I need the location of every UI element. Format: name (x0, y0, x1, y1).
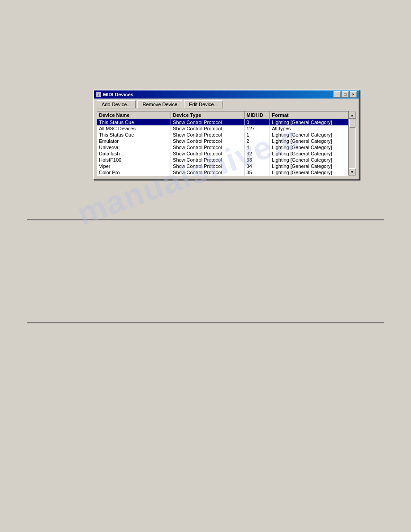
cell-format: All-types (270, 125, 348, 132)
cell-device_type: Show Control Protocol (171, 125, 245, 132)
cell-device_name: This Status Cue (97, 119, 171, 126)
page: manualshive.c ♪ MIDI Devices _ □ × Add D… (0, 0, 411, 532)
cell-midi_id: 35 (244, 169, 270, 176)
cell-device_name: Viper (97, 163, 171, 169)
table-row[interactable]: EmulatorShow Control Protocol2Lighting [… (97, 138, 348, 144)
col-header-device-name: Device Name (97, 112, 171, 119)
window-titlebar: ♪ MIDI Devices _ □ × (94, 90, 359, 99)
divider-top (27, 219, 384, 220)
table-row[interactable]: DataflashShow Control Protocol32Lighting… (97, 150, 348, 157)
titlebar-controls: _ □ × (334, 91, 357, 98)
cell-format: Lighting [General Category] (270, 157, 348, 163)
col-header-format: Format (270, 112, 348, 119)
scrollbar-track[interactable] (349, 119, 355, 168)
col-header-device-type: Device Type (171, 112, 245, 119)
minimize-button[interactable]: _ (334, 91, 341, 98)
cell-device_name: HoistF100 (97, 157, 171, 163)
cell-format: Lighting [General Category] (270, 119, 348, 126)
cell-device_type: Show Control Protocol (171, 144, 245, 150)
cell-midi_id: 2 (244, 138, 270, 144)
cell-device_type: Show Control Protocol (171, 163, 245, 169)
vertical-scrollbar: ▲ ▼ (348, 112, 355, 176)
table-row[interactable]: This Status CueShow Control Protocol0Lig… (97, 119, 348, 126)
cell-device_name: Emulator (97, 138, 171, 144)
cell-device_type: Show Control Protocol (171, 119, 245, 126)
cell-device_name: Universal (97, 144, 171, 150)
cell-device_name: All MSC Devices (97, 125, 171, 132)
cell-midi_id: 0 (244, 119, 270, 126)
cell-format: Lighting [General Category] (270, 169, 348, 176)
cell-format: Lighting [General Category] (270, 132, 348, 138)
titlebar-text: ♪ MIDI Devices (96, 92, 133, 97)
window-toolbar: Add Device... Remove Device Edit Device.… (94, 99, 359, 110)
window-icon: ♪ (96, 92, 101, 97)
remove-device-button[interactable]: Remove Device (137, 100, 182, 108)
cell-device_type: Show Control Protocol (171, 150, 245, 157)
table-row[interactable]: Color ProShow Control Protocol35Lighting… (97, 169, 348, 176)
cell-format: Lighting [General Category] (270, 150, 348, 157)
table-header: Device Name Device Type MIDI ID Format (97, 112, 348, 119)
scrollbar-thumb[interactable] (349, 119, 355, 128)
cell-midi_id: 33 (244, 157, 270, 163)
cell-device_type: Show Control Protocol (171, 138, 245, 144)
table-row[interactable]: UniversalShow Control Protocol4Lighting … (97, 144, 348, 150)
table-body: This Status CueShow Control Protocol0Lig… (97, 119, 348, 176)
cell-device_name: Dataflash (97, 150, 171, 157)
table-row[interactable]: All MSC DevicesShow Control Protocol127A… (97, 125, 348, 132)
cell-device_type: Show Control Protocol (171, 157, 245, 163)
cell-format: Lighting [General Category] (270, 144, 348, 150)
scrollbar-down-arrow[interactable]: ▼ (349, 168, 356, 176)
edit-device-button[interactable]: Edit Device... (184, 100, 223, 108)
cell-midi_id: 4 (244, 144, 270, 150)
cell-midi_id: 34 (244, 163, 270, 169)
divider-bottom (27, 322, 384, 323)
add-device-button[interactable]: Add Device... (97, 100, 136, 108)
close-button[interactable]: × (350, 91, 357, 98)
cell-midi_id: 1 (244, 132, 270, 138)
table-row[interactable]: This Status CueShow Control Protocol1Lig… (97, 132, 348, 138)
cell-device_name: Color Pro (97, 169, 171, 176)
header-row: Device Name Device Type MIDI ID Format (97, 112, 348, 119)
cell-midi_id: 32 (244, 150, 270, 157)
cell-device_name: This Status Cue (97, 132, 171, 138)
maximize-button[interactable]: □ (342, 91, 349, 98)
cell-device_type: Show Control Protocol (171, 132, 245, 138)
table-wrapper: Device Name Device Type MIDI ID Format T… (97, 112, 355, 176)
cell-device_type: Show Control Protocol (171, 169, 245, 176)
cell-midi_id: 127 (244, 125, 270, 132)
window-title: MIDI Devices (103, 92, 133, 97)
device-table: Device Name Device Type MIDI ID Format T… (97, 112, 348, 176)
midi-devices-window: ♪ MIDI Devices _ □ × Add Device... Remov… (93, 90, 360, 180)
scrollbar-up-arrow[interactable]: ▲ (349, 112, 356, 119)
cell-format: Lighting [General Category] (270, 138, 348, 144)
device-table-container: Device Name Device Type MIDI ID Format T… (97, 111, 356, 176)
table-row[interactable]: HoistF100Show Control Protocol33Lighting… (97, 157, 348, 163)
cell-format: Lighting [General Category] (270, 163, 348, 169)
table-row[interactable]: ViperShow Control Protocol34Lighting [Ge… (97, 163, 348, 169)
col-header-midi-id: MIDI ID (244, 112, 270, 119)
